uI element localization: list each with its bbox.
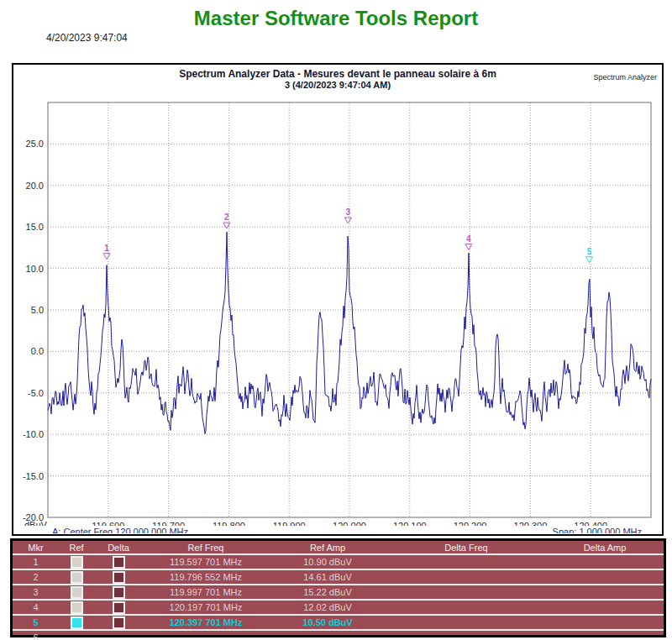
cell-ref-freq: 119.796 552 MHz: [143, 572, 269, 582]
svg-text:5: 5: [587, 247, 592, 256]
col-header-ref-freq: Ref Freq: [143, 543, 269, 553]
svg-text:20.0: 20.0: [26, 181, 44, 191]
svg-text:4: 4: [466, 234, 471, 244]
span-readout: Span: 1.000 000 MHz: [553, 527, 642, 533]
cell-ref-amp: 14.61 dBuV: [269, 572, 386, 582]
svg-text:10.0: 10.0: [26, 264, 44, 274]
svg-text:-5.0: -5.0: [28, 388, 44, 398]
marker-row-5: 5120.397 701 MHz10.50 dBuV: [13, 614, 664, 629]
marker-row-6: 6: [13, 629, 664, 640]
cell-ref-freq: 119.597 701 MHz: [143, 557, 269, 567]
cell-delta: [94, 601, 143, 614]
marker-5-icon: [586, 257, 593, 263]
cell-ref: [59, 571, 94, 584]
cell-mkr: 5: [13, 617, 59, 627]
marker-row-2: 2119.796 552 MHz14.61 dBuV: [13, 569, 664, 584]
cell-ref-freq: 120.397 701 MHz: [143, 617, 269, 627]
svg-text:dBuV: dBuV: [24, 520, 48, 526]
delta-checkbox[interactable]: [113, 616, 125, 629]
marker-3-icon: [344, 218, 351, 223]
cell-mkr: 6: [13, 632, 59, 640]
delta-checkbox[interactable]: [113, 556, 125, 569]
svg-text:15.0: 15.0: [26, 222, 44, 232]
marker-row-1: 1119.597 701 MHz10.90 dBuV: [13, 553, 664, 569]
ref-checkbox[interactable]: [71, 586, 83, 599]
marker-table: MkrRefDeltaRef FreqRef AmpDelta FreqDelt…: [10, 538, 666, 637]
cell-ref: [59, 556, 94, 569]
cell-ref-amp: 12.02 dBuV: [269, 602, 386, 612]
cell-delta: [94, 586, 143, 599]
cell-ref: [59, 616, 94, 629]
cell-ref-amp: 10.50 dBuV: [269, 617, 386, 627]
svg-text:1: 1: [104, 244, 109, 253]
cell-ref-amp: 10.90 dBuV: [269, 557, 386, 567]
cell-ref: [59, 601, 94, 614]
svg-text:120.400: 120.400: [574, 521, 607, 526]
ref-checkbox[interactable]: [71, 571, 83, 584]
col-header-ref-amp: Ref Amp: [269, 543, 386, 553]
svg-text:119.600: 119.600: [92, 521, 124, 526]
svg-text:2: 2: [224, 212, 229, 222]
center-freq-readout: A: Center Freq 120.000 000 MHz: [52, 527, 188, 533]
col-header-delta: Delta: [94, 543, 143, 553]
marker-table-header: MkrRefDeltaRef FreqRef AmpDelta FreqDelt…: [13, 541, 664, 553]
svg-text:119.900: 119.900: [273, 521, 306, 526]
svg-text:-10.0: -10.0: [23, 429, 44, 439]
cell-ref: [59, 586, 94, 599]
page-title: Master Software Tools Report: [0, 7, 672, 30]
cell-mkr: 1: [13, 557, 59, 567]
svg-text:120.300: 120.300: [514, 521, 548, 526]
svg-text:25.0: 25.0: [26, 139, 44, 149]
marker-row-4: 4120.197 701 MHz12.02 dBuV: [13, 599, 664, 614]
cell-delta: [94, 616, 143, 629]
svg-text:5.0: 5.0: [31, 305, 44, 315]
cell-ref-freq: 119.997 701 MHz: [143, 587, 269, 597]
svg-text:120.100: 120.100: [393, 521, 427, 526]
marker-row-3: 3119.997 701 MHz15.22 dBuV: [13, 584, 664, 599]
col-header-ref: Ref: [59, 543, 94, 553]
cell-delta: [94, 556, 143, 569]
ref-checkbox[interactable]: [71, 601, 83, 614]
delta-checkbox[interactable]: [113, 601, 125, 614]
col-header-delta-amp: Delta Amp: [546, 543, 664, 553]
svg-text:3: 3: [346, 207, 351, 217]
col-header-delta-freq: Delta Freq: [386, 543, 546, 553]
cell-delta: [94, 571, 143, 584]
marker-1-icon: [103, 254, 110, 260]
svg-text:119.700: 119.700: [152, 521, 185, 526]
spectrum-plot: 119.600119.700119.800119.900120.000120.1…: [13, 65, 662, 526]
cell-mkr: 4: [13, 602, 59, 612]
status-strip: A: Center Freq 120.000 000 MHz Span: 1.0…: [13, 527, 662, 533]
delta-checkbox[interactable]: [113, 586, 125, 599]
ref-checkbox[interactable]: [71, 556, 83, 569]
svg-text:120.200: 120.200: [454, 521, 487, 526]
svg-text:120.000: 120.000: [333, 521, 366, 526]
col-header-mkr: Mkr: [13, 543, 59, 553]
cell-mkr: 2: [13, 572, 59, 582]
cell-ref-amp: 15.22 dBuV: [269, 587, 386, 597]
svg-text:0.0: 0.0: [31, 346, 44, 356]
spectrum-analyzer-panel: Spectrum Analyzer Data - Mesures devant …: [12, 63, 664, 536]
delta-checkbox[interactable]: [113, 571, 125, 584]
svg-text:119.800: 119.800: [213, 521, 245, 526]
svg-text:-15.0: -15.0: [23, 471, 44, 481]
marker-4-icon: [465, 244, 472, 250]
cell-mkr: 3: [13, 587, 59, 597]
cell-ref-freq: 120.197 701 MHz: [143, 602, 269, 612]
ref-checkbox[interactable]: [71, 616, 83, 629]
report-timestamp: 4/20/2023 9:47:04: [46, 32, 128, 44]
